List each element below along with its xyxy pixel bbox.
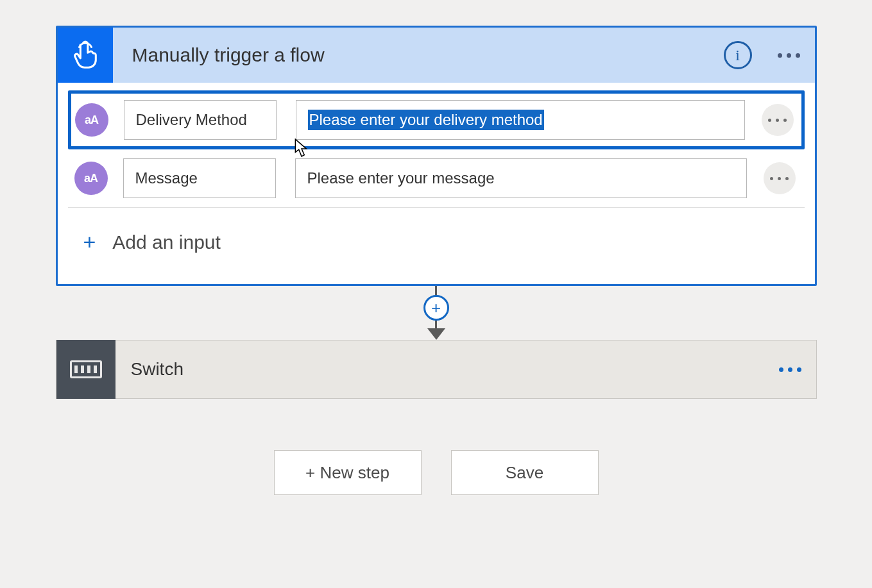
save-button[interactable]: Save xyxy=(451,450,599,495)
plus-icon: + xyxy=(83,230,96,255)
trigger-more-button[interactable] xyxy=(770,36,808,74)
input-row-delivery-method: aA Please enter your delivery method xyxy=(68,90,805,149)
insert-step-button[interactable]: + xyxy=(423,295,449,321)
switch-title: Switch xyxy=(115,359,771,380)
add-input-button[interactable]: + Add an input xyxy=(68,208,805,280)
input-row-more-button[interactable] xyxy=(764,162,796,194)
trigger-card: Manually trigger a flow i aA Please ente… xyxy=(56,26,817,286)
input-name-field[interactable] xyxy=(123,158,276,198)
trigger-title: Manually trigger a flow xyxy=(113,44,724,66)
input-description-field[interactable] xyxy=(295,158,747,198)
input-name-field[interactable] xyxy=(124,100,277,140)
ellipsis-icon xyxy=(779,367,801,372)
trigger-body: aA Please enter your delivery method aA xyxy=(58,83,815,284)
input-row-more-button[interactable] xyxy=(762,104,794,136)
switch-icon xyxy=(56,340,115,399)
info-button[interactable]: i xyxy=(724,41,752,69)
ellipsis-icon xyxy=(768,119,787,122)
info-icon: i xyxy=(735,47,740,64)
ellipsis-icon xyxy=(770,177,789,180)
text-type-icon: aA xyxy=(74,162,108,195)
input-description-field[interactable]: Please enter your delivery method xyxy=(296,100,745,140)
switch-action-card[interactable]: Switch xyxy=(56,340,817,399)
arrow-head-icon xyxy=(427,328,445,340)
trigger-header[interactable]: Manually trigger a flow i xyxy=(58,28,815,83)
footer-actions: + New step Save xyxy=(56,450,817,495)
switch-more-button[interactable] xyxy=(771,350,810,389)
connector: + xyxy=(56,286,817,340)
text-type-icon: aA xyxy=(75,103,108,137)
input-row-message: aA xyxy=(68,149,805,208)
add-input-label: Add an input xyxy=(112,231,220,253)
input-description-selection: Please enter your delivery method xyxy=(308,110,544,130)
ellipsis-icon xyxy=(778,53,800,58)
new-step-button[interactable]: + New step xyxy=(274,450,422,495)
manual-trigger-icon xyxy=(58,28,113,83)
